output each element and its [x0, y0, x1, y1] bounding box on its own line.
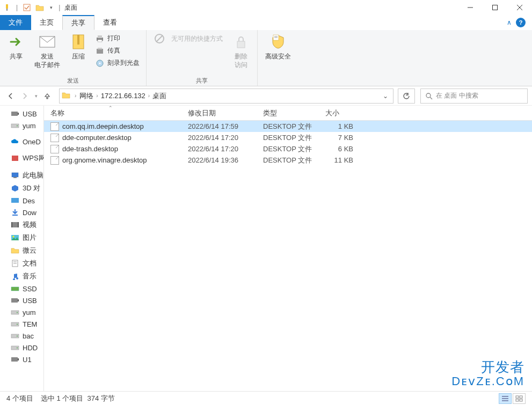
status-item-count: 4 个项目	[6, 394, 33, 403]
tree-item[interactable]: Des	[0, 195, 43, 207]
svg-point-52	[17, 348, 18, 349]
tree-item[interactable]: yum	[0, 120, 43, 131]
tab-file[interactable]: 文件	[0, 15, 31, 30]
svg-rect-58	[516, 396, 519, 398]
tree-item[interactable]: bac	[0, 330, 43, 342]
zip-button[interactable]: 压缩	[67, 32, 90, 62]
tree-item[interactable]: U1	[0, 354, 43, 365]
drive-icon	[11, 308, 19, 316]
nav-tree[interactable]: USByumOneDWPS网此电脑3D 对DesDow视频图片微云文档音乐SSD…	[0, 106, 44, 391]
minimize-button[interactable]	[458, 0, 483, 15]
tree-item[interactable]: USB	[0, 108, 43, 120]
tree-item[interactable]: yum	[0, 306, 43, 318]
file-row[interactable]: com.qq.im.deepin.desktop2022/6/14 17:59D…	[44, 121, 532, 132]
window-title: 桌面	[64, 3, 77, 12]
tree-item[interactable]: OneD	[0, 136, 43, 148]
svg-point-16	[99, 62, 101, 64]
svg-rect-29	[12, 156, 18, 161]
tree-item[interactable]: 音乐	[0, 270, 43, 283]
file-row[interactable]: dde-trash.desktop2022/6/14 17:20DESKTOP …	[44, 143, 532, 154]
file-icon	[50, 122, 59, 131]
svg-rect-11	[98, 35, 102, 38]
svg-point-50	[17, 336, 18, 337]
file-list[interactable]: com.qq.im.deepin.desktop2022/6/14 17:59D…	[44, 121, 532, 391]
col-header-size[interactable]: 大小	[319, 108, 360, 118]
burn-disc-button[interactable]: 刻录到光盘	[93, 58, 142, 68]
address-dropdown-icon[interactable]: ⌄	[380, 92, 391, 100]
advanced-security-button[interactable]: 高级安全	[262, 32, 294, 62]
svg-rect-60	[516, 399, 519, 401]
folder-icon	[35, 3, 45, 12]
svg-rect-0	[6, 4, 8, 9]
collapse-ribbon-icon[interactable]: ∧	[507, 19, 512, 26]
svg-rect-30	[12, 173, 18, 177]
file-icon	[50, 145, 59, 153]
col-header-date[interactable]: 修改日期	[181, 108, 257, 118]
crumb-folder[interactable]: 桌面	[150, 91, 169, 101]
crumb-network[interactable]: 网络	[77, 91, 96, 101]
share-button[interactable]: 共享	[4, 32, 28, 62]
tree-item[interactable]: 此电脑	[0, 169, 43, 182]
tab-view[interactable]: 查看	[94, 15, 126, 30]
wps-icon	[11, 154, 19, 163]
qat-pin-icon[interactable]	[2, 3, 12, 12]
back-button[interactable]	[4, 90, 17, 102]
tree-item[interactable]: 视频	[0, 218, 43, 231]
recent-dropdown[interactable]: ▾	[32, 90, 40, 102]
tree-item[interactable]: WPS网	[0, 152, 43, 165]
music-icon	[11, 272, 19, 281]
file-row[interactable]: dde-computer.desktop2022/6/14 17:20DESKT…	[44, 132, 532, 143]
col-header-name[interactable]: 名称	[44, 108, 181, 118]
maximize-button[interactable]	[483, 0, 507, 15]
tree-item[interactable]: SSD	[0, 283, 43, 294]
svg-rect-1	[6, 9, 8, 11]
up-button[interactable]	[41, 90, 54, 102]
search-placeholder: 在 桌面 中搜索	[436, 91, 478, 100]
tree-item[interactable]: HDD	[0, 342, 43, 354]
svg-rect-44	[18, 299, 19, 301]
tree-item[interactable]: USB	[0, 294, 43, 306]
fax-button[interactable]: 传真	[93, 46, 142, 56]
search-icon	[425, 92, 433, 100]
tree-item[interactable]: 3D 对	[0, 182, 43, 195]
tree-item[interactable]: Dow	[0, 207, 43, 218]
close-button[interactable]	[507, 0, 532, 15]
refresh-button[interactable]	[398, 89, 415, 104]
svg-rect-13	[97, 49, 103, 54]
address-bar[interactable]: › 网络 › 172.21.66.132 › 桌面 ⌄	[59, 89, 393, 104]
drive-icon	[11, 343, 19, 352]
email-button[interactable]: 发送 电子邮件	[31, 32, 63, 70]
folder-icon	[11, 246, 19, 255]
svg-rect-32	[11, 198, 19, 203]
tree-item[interactable]: 微云	[0, 244, 43, 257]
view-icons-button[interactable]	[513, 393, 526, 404]
tree-item[interactable]: 图片	[0, 231, 43, 244]
onedrive-icon	[11, 137, 19, 146]
ribbon: 共享 发送 电子邮件 压缩 打印 传真 刻录到光盘 发送 无可用的快捷方式	[0, 30, 532, 86]
tree-item[interactable]: TEM	[0, 318, 43, 330]
title-bar: | ▾ | 桌面	[0, 0, 532, 15]
search-input[interactable]: 在 桌面 中搜索	[420, 89, 528, 104]
column-headers: ⌃ 名称 修改日期 类型 大小	[44, 106, 532, 121]
usb-icon	[11, 296, 19, 305]
tab-share[interactable]: 共享	[62, 15, 94, 30]
file-row[interactable]: org.gnome.vinagre.desktop2022/6/14 19:36…	[44, 154, 532, 166]
pc-icon	[11, 171, 19, 180]
col-header-type[interactable]: 类型	[257, 108, 319, 118]
qat-dropdown-icon[interactable]: ▾	[48, 3, 54, 12]
navigation-bar: ▾ › 网络 › 172.21.66.132 › 桌面 ⌄ 在 桌面 中搜索	[0, 86, 532, 106]
drive-icon	[11, 332, 19, 340]
tree-item[interactable]: 文档	[0, 257, 43, 270]
help-icon[interactable]: ?	[516, 18, 526, 27]
qat-properties-icon[interactable]	[22, 3, 32, 12]
crumb-host[interactable]: 172.21.66.132	[99, 92, 148, 100]
forward-button[interactable]	[18, 90, 31, 102]
svg-rect-61	[520, 399, 522, 401]
svg-line-24	[430, 97, 432, 99]
svg-rect-19	[237, 41, 245, 48]
print-button[interactable]: 打印	[93, 33, 142, 43]
svg-point-46	[17, 312, 18, 313]
tab-home[interactable]: 主页	[31, 15, 62, 30]
svg-rect-4	[493, 5, 498, 10]
view-details-button[interactable]	[499, 393, 512, 404]
